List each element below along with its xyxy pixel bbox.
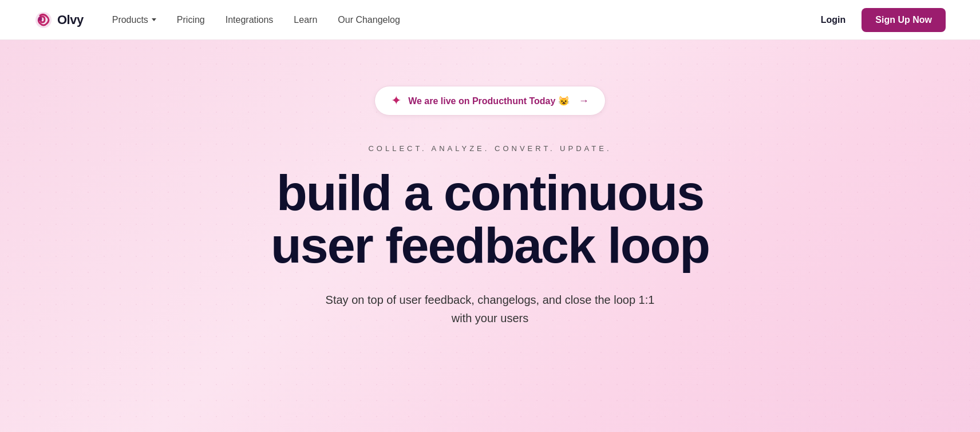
- headline-line1: build a continuous: [276, 164, 704, 221]
- hero-section: ✦ We are live on Producthunt Today 😺 → C…: [0, 40, 980, 432]
- login-button[interactable]: Login: [814, 10, 853, 30]
- signup-button[interactable]: Sign Up Now: [862, 8, 946, 32]
- navbar-left: Olvy Products Pricing Integrations: [34, 11, 400, 29]
- svg-point-1: [38, 17, 42, 21]
- tagline: COLLECT. ANALYZE. CONVERT. UPDATE.: [368, 144, 611, 153]
- navbar-right: Login Sign Up Now: [814, 8, 946, 32]
- nav-link-learn[interactable]: Learn: [294, 15, 317, 25]
- nav-item-changelog[interactable]: Our Changelog: [338, 15, 400, 25]
- banner-text: We are live on Producthunt Today 😺: [408, 96, 570, 106]
- logo-icon: [34, 11, 53, 29]
- nav-links: Products Pricing Integrations Learn: [112, 15, 400, 25]
- logo-text: Olvy: [57, 13, 84, 27]
- nav-item-products[interactable]: Products: [112, 15, 156, 25]
- nav-item-pricing[interactable]: Pricing: [177, 15, 205, 25]
- banner-arrow-icon: →: [579, 95, 589, 107]
- nav-link-products[interactable]: Products: [112, 15, 156, 25]
- chevron-down-icon: [152, 18, 156, 21]
- hero-headline: build a continuous user feedback loop: [271, 167, 709, 272]
- hero-subtext: Stay on top of user feedback, changelogs…: [318, 291, 662, 327]
- producthunt-banner[interactable]: ✦ We are live on Producthunt Today 😺 →: [374, 86, 606, 116]
- sparkle-icon: ✦: [391, 94, 401, 107]
- nav-item-learn[interactable]: Learn: [294, 15, 317, 25]
- nav-link-pricing[interactable]: Pricing: [177, 15, 205, 25]
- headline-line2: user feedback loop: [271, 217, 709, 274]
- nav-link-changelog[interactable]: Our Changelog: [338, 15, 400, 25]
- nav-item-integrations[interactable]: Integrations: [226, 15, 274, 25]
- navbar: Olvy Products Pricing Integrations: [0, 0, 980, 40]
- logo-link[interactable]: Olvy: [34, 11, 84, 29]
- nav-link-integrations[interactable]: Integrations: [226, 15, 274, 25]
